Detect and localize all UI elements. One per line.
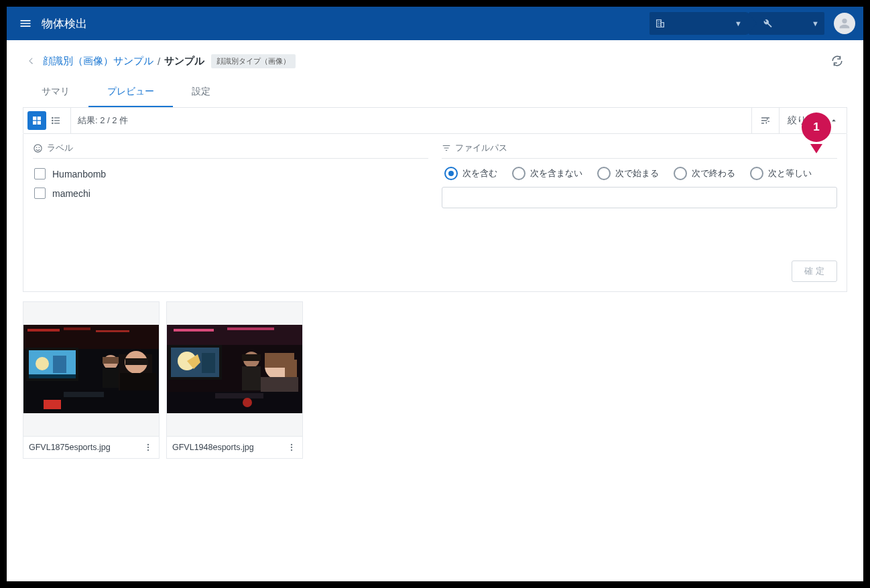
filepath-input[interactable] (442, 187, 837, 208)
svg-rect-2 (33, 121, 36, 125)
svg-rect-15 (27, 329, 60, 332)
svg-rect-17 (96, 330, 129, 332)
svg-point-8 (52, 123, 54, 125)
svg-rect-32 (44, 400, 61, 409)
results-count: 結果: 2 / 2 件 (72, 108, 133, 133)
svg-rect-22 (29, 374, 76, 378)
org-selector-value (666, 19, 735, 29)
svg-point-4 (52, 117, 54, 119)
svg-point-11 (36, 147, 38, 148)
svg-rect-5 (54, 117, 60, 118)
filename: GFVL1875esports.jpg (29, 443, 141, 452)
thumbnail-wrapper (167, 302, 302, 436)
app-header: 物体検出 ▼ ▼ (7, 7, 863, 40)
chevron-up-icon (829, 116, 838, 125)
back-icon[interactable] (23, 53, 39, 69)
tool-selector[interactable]: ▼ (749, 12, 824, 35)
tune-icon[interactable] (751, 108, 779, 133)
radio-label: 次で始まる (615, 167, 659, 179)
results-grid: GFVL1875esports.jpg (23, 301, 847, 459)
radio-icon (597, 167, 611, 180)
svg-rect-14 (23, 325, 159, 349)
labels-header: ラベル (47, 142, 73, 154)
building-icon (655, 18, 666, 29)
radio-label: 次と等しい (768, 167, 812, 179)
radio-icon (674, 167, 687, 180)
radio-icon (512, 167, 525, 180)
svg-rect-21 (53, 356, 66, 373)
svg-rect-31 (64, 392, 104, 397)
svg-rect-16 (64, 327, 90, 330)
results-toolbar: 結果: 2 / 2 件 絞り込み (23, 108, 847, 134)
svg-rect-1 (38, 117, 41, 120)
tab-preview[interactable]: プレビュー (88, 78, 173, 107)
svg-point-20 (36, 357, 49, 370)
svg-rect-9 (54, 123, 60, 123)
filter-labels-column: ラベル Humanbomb mamechi (33, 142, 428, 208)
svg-point-10 (34, 144, 42, 151)
svg-rect-7 (54, 120, 60, 121)
svg-point-54 (243, 398, 252, 407)
radio-ends-with[interactable]: 次で終わる (674, 167, 735, 180)
breadcrumb-tag: 顔識別タイプ（画像） (211, 54, 296, 68)
menu-icon[interactable] (12, 10, 39, 37)
breadcrumb-parent[interactable]: 顔識別（画像）サンプル (43, 55, 153, 68)
result-card[interactable]: GFVL1948esports.jpg (166, 301, 303, 459)
more-icon[interactable] (285, 441, 298, 454)
svg-point-34 (147, 447, 149, 448)
smile-icon (33, 143, 43, 153)
svg-rect-43 (202, 353, 215, 373)
checkbox[interactable] (34, 168, 46, 179)
wrench-icon (762, 18, 773, 29)
tab-settings[interactable]: 設定 (173, 78, 229, 107)
svg-rect-53 (215, 393, 263, 398)
filter-icon (442, 143, 451, 153)
filter-toggle[interactable]: 絞り込み (779, 108, 847, 133)
radio-label: 次を含まない (530, 167, 582, 179)
radio-starts-with[interactable]: 次で始まる (597, 167, 659, 180)
filepath-header: ファイルパス (455, 142, 507, 154)
svg-point-55 (291, 444, 292, 445)
svg-rect-38 (174, 329, 214, 332)
grid-view-icon[interactable] (27, 111, 46, 130)
avatar[interactable] (834, 13, 855, 34)
app-title: 物体検出 (42, 16, 87, 31)
card-footer: GFVL1875esports.jpg (23, 436, 159, 458)
refresh-icon[interactable] (827, 51, 847, 71)
card-footer: GFVL1948esports.jpg (167, 436, 302, 458)
radio-label: 次を含む (462, 167, 497, 179)
checkbox[interactable] (34, 188, 46, 199)
label-item[interactable]: mamechi (33, 183, 428, 203)
caret-down-icon: ▼ (812, 19, 819, 27)
result-card[interactable]: GFVL1875esports.jpg (23, 301, 160, 459)
breadcrumb-separator: / (158, 56, 160, 67)
org-selector[interactable]: ▼ (649, 12, 747, 35)
filter-filepath-column: ファイルパス 次を含む 次を含まない (442, 142, 837, 208)
label-item[interactable]: Humanbomb (33, 164, 428, 183)
tool-selector-value (773, 19, 812, 29)
svg-point-6 (52, 120, 54, 122)
svg-rect-0 (33, 117, 36, 120)
confirm-button[interactable]: 確定 (792, 261, 837, 282)
tab-summary[interactable]: サマリ (23, 78, 88, 107)
radio-equals[interactable]: 次と等しい (750, 167, 812, 180)
filename: GFVL1948esports.jpg (172, 443, 285, 452)
radio-contains[interactable]: 次を含む (444, 167, 497, 180)
thumbnail (167, 325, 302, 413)
breadcrumb: 顔識別（画像）サンプル / サンプル 顔識別タイプ（画像） (23, 51, 847, 71)
tabs: サマリ プレビュー 設定 (23, 78, 847, 108)
svg-rect-29 (103, 368, 119, 388)
filter-panel: ラベル Humanbomb mamechi (23, 134, 847, 292)
radio-icon (444, 167, 458, 180)
label-text: mamechi (52, 188, 90, 199)
svg-point-35 (147, 449, 149, 451)
more-icon[interactable] (141, 441, 155, 454)
svg-rect-39 (227, 327, 274, 330)
radio-not-contains[interactable]: 次を含まない (512, 167, 582, 180)
list-view-icon[interactable] (46, 111, 65, 130)
thumbnail (23, 325, 159, 413)
filepath-mode-group: 次を含む 次を含まない 次で始まる (442, 164, 837, 187)
label-text: Humanbomb (52, 169, 106, 179)
radio-icon (750, 167, 763, 180)
filter-label: 絞り込み (788, 115, 825, 127)
